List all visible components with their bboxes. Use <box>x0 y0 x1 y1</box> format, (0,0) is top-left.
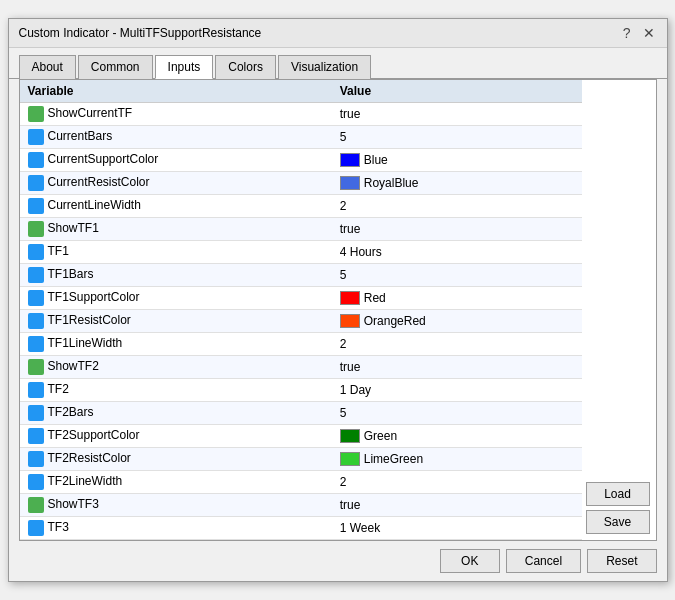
inputs-table: Variable Value ShowCurrentTFtrueCurrentB… <box>20 80 582 540</box>
tab-about[interactable]: About <box>19 55 76 79</box>
value-cell: true <box>332 494 582 517</box>
title-controls: ? ✕ <box>621 25 657 41</box>
param-icon <box>28 336 44 352</box>
variable-name: TF3 <box>48 520 69 534</box>
table-row[interactable]: TF1LineWidth2 <box>20 333 582 356</box>
table-row[interactable]: TF31 Week <box>20 517 582 540</box>
variable-name: TF1SupportColor <box>48 290 140 304</box>
param-icon <box>28 474 44 490</box>
variable-cell: CurrentBars <box>20 126 332 149</box>
value-text: 2 <box>340 199 347 213</box>
value-text: 5 <box>340 406 347 420</box>
table-row[interactable]: CurrentSupportColorBlue <box>20 149 582 172</box>
value-cell: RoyalBlue <box>332 172 582 195</box>
variable-cell: TF1SupportColor <box>20 287 332 310</box>
variable-cell: ShowCurrentTF <box>20 103 332 126</box>
value-text: LimeGreen <box>364 452 423 466</box>
col-header-value: Value <box>332 80 582 103</box>
value-cell: 5 <box>332 402 582 425</box>
variable-cell: TF1ResistColor <box>20 310 332 333</box>
variable-name: TF2 <box>48 382 69 396</box>
load-button[interactable]: Load <box>586 482 650 506</box>
variable-cell: TF2LineWidth <box>20 471 332 494</box>
table-row[interactable]: CurrentBars5 <box>20 126 582 149</box>
value-cell: Blue <box>332 149 582 172</box>
table-row[interactable]: TF3Bars5 <box>20 540 582 541</box>
table-row[interactable]: ShowTF2true <box>20 356 582 379</box>
inputs-table-container[interactable]: Variable Value ShowCurrentTFtrueCurrentB… <box>20 80 582 540</box>
variable-cell: TF2 <box>20 379 332 402</box>
param-icon <box>28 267 44 283</box>
value-text: Blue <box>364 153 388 167</box>
table-row[interactable]: ShowCurrentTFtrue <box>20 103 582 126</box>
variable-name: TF2ResistColor <box>48 451 131 465</box>
value-text: Green <box>364 429 397 443</box>
save-button[interactable]: Save <box>586 510 650 534</box>
variable-name: TF1 <box>48 244 69 258</box>
cancel-button[interactable]: Cancel <box>506 549 581 573</box>
tab-common[interactable]: Common <box>78 55 153 79</box>
title-bar: Custom Indicator - MultiTFSupportResista… <box>9 19 667 48</box>
table-row[interactable]: CurrentResistColorRoyalBlue <box>20 172 582 195</box>
tab-visualization[interactable]: Visualization <box>278 55 371 79</box>
value-cell: true <box>332 356 582 379</box>
variable-name: ShowCurrentTF <box>48 106 133 120</box>
param-icon <box>28 198 44 214</box>
value-text: true <box>340 107 361 121</box>
value-text: 1 Day <box>340 383 371 397</box>
table-row[interactable]: TF2SupportColorGreen <box>20 425 582 448</box>
help-button[interactable]: ? <box>621 25 633 41</box>
close-button[interactable]: ✕ <box>641 25 657 41</box>
table-row[interactable]: TF2ResistColorLimeGreen <box>20 448 582 471</box>
tab-colors[interactable]: Colors <box>215 55 276 79</box>
variable-cell: ShowTF3 <box>20 494 332 517</box>
value-text: true <box>340 222 361 236</box>
param-icon <box>28 175 44 191</box>
variable-cell: ShowTF1 <box>20 218 332 241</box>
variable-name: CurrentLineWidth <box>48 198 141 212</box>
value-text: OrangeRed <box>364 314 426 328</box>
variable-name: ShowTF1 <box>48 221 99 235</box>
value-text: RoyalBlue <box>364 176 419 190</box>
window-title: Custom Indicator - MultiTFSupportResista… <box>19 26 262 40</box>
side-button-panel: Load Save <box>582 80 656 540</box>
table-row[interactable]: TF1SupportColorRed <box>20 287 582 310</box>
value-cell: 2 <box>332 333 582 356</box>
bool-icon <box>28 359 44 375</box>
value-text: 4 Hours <box>340 245 382 259</box>
variable-cell: TF3Bars <box>20 540 332 541</box>
reset-button[interactable]: Reset <box>587 549 656 573</box>
variable-cell: TF2SupportColor <box>20 425 332 448</box>
variable-name: TF1ResistColor <box>48 313 131 327</box>
table-row[interactable]: TF14 Hours <box>20 241 582 264</box>
param-icon <box>28 382 44 398</box>
color-swatch <box>340 291 360 305</box>
table-row[interactable]: ShowTF3true <box>20 494 582 517</box>
ok-button[interactable]: OK <box>440 549 500 573</box>
value-cell: 5 <box>332 540 582 541</box>
value-cell: 1 Week <box>332 517 582 540</box>
bool-icon <box>28 106 44 122</box>
variable-name: CurrentBars <box>48 129 113 143</box>
table-row[interactable]: TF2Bars5 <box>20 402 582 425</box>
variable-name: TF1Bars <box>48 267 94 281</box>
variable-cell: TF2ResistColor <box>20 448 332 471</box>
table-row[interactable]: TF2LineWidth2 <box>20 471 582 494</box>
bool-icon <box>28 497 44 513</box>
table-row[interactable]: TF1ResistColorOrangeRed <box>20 310 582 333</box>
variable-cell: TF1 <box>20 241 332 264</box>
color-swatch <box>340 176 360 190</box>
table-row[interactable]: ShowTF1true <box>20 218 582 241</box>
variable-name: ShowTF3 <box>48 497 99 511</box>
value-cell: 2 <box>332 195 582 218</box>
tab-bar: AboutCommonInputsColorsVisualization <box>9 48 667 79</box>
table-row[interactable]: TF21 Day <box>20 379 582 402</box>
table-row[interactable]: TF1Bars5 <box>20 264 582 287</box>
table-row[interactable]: CurrentLineWidth2 <box>20 195 582 218</box>
value-text: 1 Week <box>340 521 380 535</box>
value-cell: true <box>332 218 582 241</box>
value-cell: 4 Hours <box>332 241 582 264</box>
content-area: Variable Value ShowCurrentTFtrueCurrentB… <box>19 79 657 541</box>
value-cell: 5 <box>332 264 582 287</box>
tab-inputs[interactable]: Inputs <box>155 55 214 79</box>
